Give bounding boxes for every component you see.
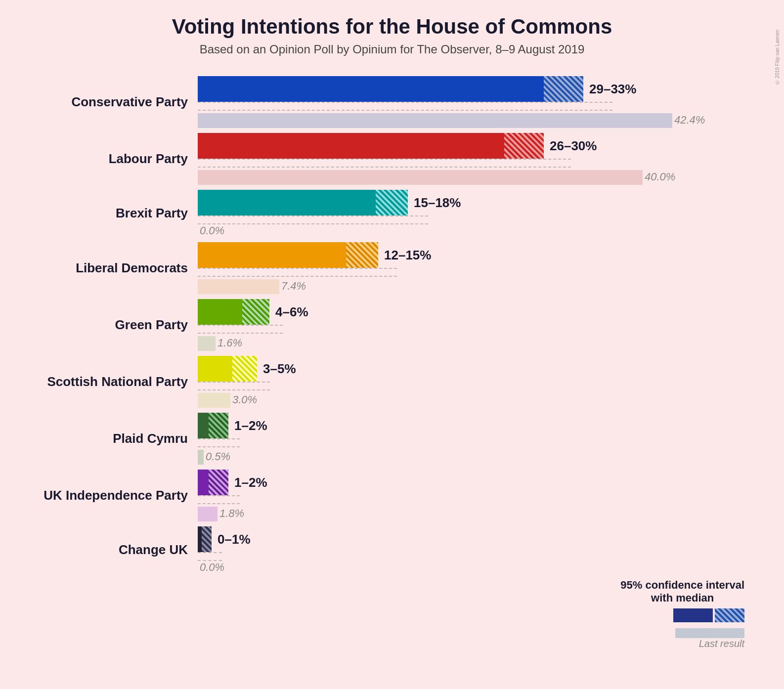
dotted-line: [198, 325, 283, 334]
main-bar-line: 3–5%: [198, 356, 296, 382]
main-bar-line: 12–15%: [198, 242, 431, 268]
main-bar-line: 26–30%: [198, 133, 675, 159]
legend-bar-row: [673, 608, 744, 622]
last-result-label: 0.0%: [200, 224, 461, 237]
last-result-bar: [198, 336, 216, 351]
last-result-bar: [198, 450, 204, 465]
bar-solid: [198, 190, 376, 215]
dotted-line: [198, 102, 612, 111]
bar-group: 1–2%1.8%: [198, 470, 267, 521]
bar-group: 4–6%1.6%: [198, 299, 308, 351]
party-row: Scottish National Party3–5%3.0%: [30, 356, 764, 408]
party-row: Liberal Democrats12–15%7.4%: [30, 242, 764, 294]
last-result-label: 42.4%: [674, 114, 705, 127]
bar-solid: [198, 356, 232, 382]
bar-solid: [198, 76, 544, 102]
bar-group: 3–5%3.0%: [198, 356, 296, 408]
copyright: © 2019 Filip van Laenen: [775, 30, 780, 85]
pct-label: 0–1%: [218, 532, 251, 547]
bar-solid: [198, 470, 209, 495]
last-result-label: 40.0%: [645, 171, 675, 183]
last-result-label: 1.6%: [218, 337, 242, 349]
pct-label: 29–33%: [589, 82, 636, 97]
bar-group: 0–1%0.0%: [198, 526, 251, 574]
bar-group: 1–2%0.5%: [198, 413, 267, 465]
pct-label: 26–30%: [550, 138, 597, 154]
bar-hatched: [376, 190, 408, 215]
party-label: Conservative Party: [30, 94, 198, 110]
last-result-bar: [198, 393, 230, 408]
party-row: Labour Party26–30%40.0%: [30, 133, 764, 185]
dotted-line: [198, 215, 428, 224]
party-row: UK Independence Party1–2%1.8%: [30, 470, 764, 521]
last-result-label: 1.8%: [219, 507, 244, 520]
bar-hatched: [504, 133, 544, 159]
party-row: Brexit Party15–18%0.0%: [30, 190, 764, 237]
party-label: Brexit Party: [30, 206, 198, 221]
party-label: Green Party: [30, 317, 198, 333]
last-result-line: 3.0%: [198, 392, 296, 408]
last-result-bar: [198, 279, 279, 294]
party-label: Change UK: [30, 542, 198, 558]
bar-group: 29–33%42.4%: [198, 76, 705, 128]
dotted-line: [198, 268, 397, 277]
pct-label: 1–2%: [234, 418, 267, 433]
chart-container: Voting Intentions for the House of Commo…: [0, 0, 784, 689]
party-row: Change UK0–1%0.0%: [30, 526, 764, 574]
chart-title: Voting Intentions for the House of Commo…: [20, 15, 764, 39]
party-label: Labour Party: [30, 151, 198, 167]
bar-group: 12–15%7.4%: [198, 242, 431, 294]
legend-hatched-bar: [715, 608, 744, 622]
bar-hatched: [209, 470, 228, 495]
pct-label: 1–2%: [234, 475, 267, 490]
last-result-bar: [198, 507, 218, 521]
legend-last-label: Last result: [675, 628, 744, 649]
bar-hatched: [242, 299, 269, 325]
bar-hatched: [232, 356, 257, 382]
pct-label: 3–5%: [263, 361, 296, 377]
bar-group: 15–18%0.0%: [198, 190, 461, 237]
bar-solid: [198, 526, 202, 552]
legend: 95% confidence interval with median Last…: [620, 579, 744, 649]
party-label: UK Independence Party: [30, 488, 198, 503]
main-bar-line: 15–18%: [198, 190, 461, 215]
bar-solid: [198, 242, 346, 268]
bar-hatched: [346, 242, 378, 268]
last-result-line: 0.5%: [198, 449, 267, 465]
last-result-line: 7.4%: [198, 278, 431, 294]
bar-hatched: [202, 526, 212, 552]
dotted-line: [198, 438, 240, 447]
legend-solid-bar: [673, 608, 713, 622]
main-bar-line: 29–33%: [198, 76, 705, 102]
chart-area: Conservative Party29–33%42.4%Labour Part…: [30, 76, 764, 579]
party-label: Liberal Democrats: [30, 260, 198, 276]
pct-label: 12–15%: [384, 248, 431, 263]
party-row: Conservative Party29–33%42.4%: [30, 76, 764, 128]
main-bar-line: 4–6%: [198, 299, 308, 325]
legend-last-bar: [675, 628, 744, 638]
main-bar-line: 0–1%: [198, 526, 251, 552]
last-result-label: 7.4%: [281, 280, 306, 293]
pct-label: 4–6%: [275, 304, 308, 320]
party-row: Green Party4–6%1.6%: [30, 299, 764, 351]
last-result-line: 1.8%: [198, 506, 267, 521]
legend-title: 95% confidence interval with median: [620, 579, 744, 604]
last-result-line: 1.6%: [198, 335, 308, 351]
party-row: Plaid Cymru1–2%0.5%: [30, 413, 764, 465]
bar-solid: [198, 413, 209, 438]
main-bar-line: 1–2%: [198, 413, 267, 438]
bar-solid: [198, 299, 242, 325]
last-result-bar: [198, 170, 643, 185]
last-result-line: 42.4%: [198, 112, 705, 128]
bar-solid: [198, 133, 504, 159]
main-bar-line: 1–2%: [198, 470, 267, 495]
pct-label: 15–18%: [414, 195, 461, 211]
bar-hatched: [544, 76, 583, 102]
dotted-line: [198, 495, 240, 504]
last-result-label: 0.5%: [206, 450, 230, 463]
dotted-line: [198, 159, 571, 168]
last-result-label: 3.0%: [232, 393, 257, 406]
chart-subtitle: Based on an Opinion Poll by Opinium for …: [20, 43, 764, 56]
bar-hatched: [209, 413, 228, 438]
party-label: Scottish National Party: [30, 374, 198, 389]
